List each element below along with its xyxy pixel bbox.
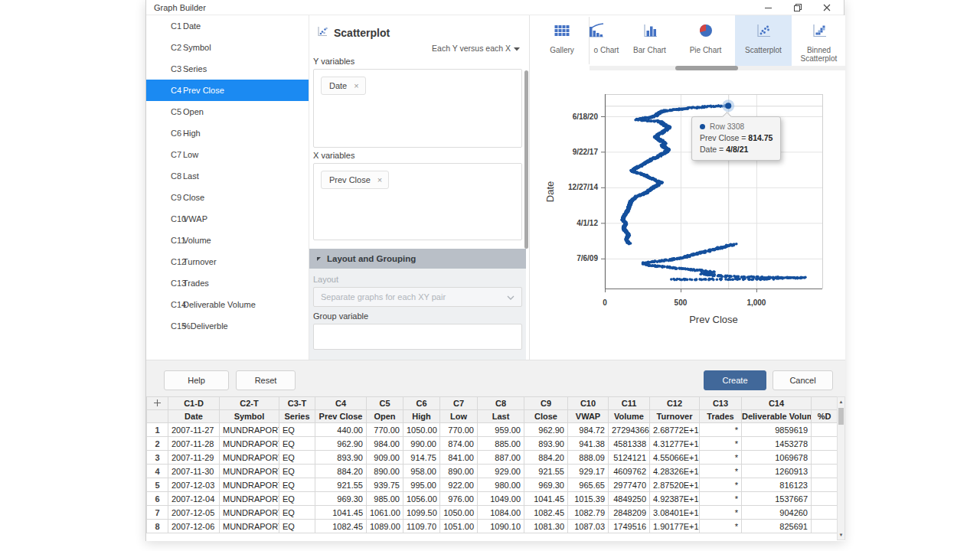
- gallery-item-binned-scatterplot[interactable]: Binned Scatterplot: [792, 15, 846, 66]
- cell[interactable]: 890.00: [440, 465, 478, 478]
- row-number[interactable]: 6: [147, 492, 168, 506]
- cell[interactable]: 995.00: [403, 478, 440, 492]
- cell[interactable]: 1260913: [742, 465, 812, 478]
- data-grid[interactable]: C1-DC2-TC3-TC4C5C6C7C8C9C10C11C12C13C14D…: [146, 396, 838, 533]
- cell[interactable]: 1084.00: [478, 506, 524, 520]
- cell[interactable]: 1069678: [742, 451, 812, 465]
- cell[interactable]: 770.00: [440, 423, 478, 437]
- column-item-c11[interactable]: C11Volume: [146, 230, 309, 251]
- gallery-item-pareto-chart[interactable]: o Chart: [590, 15, 623, 66]
- cell[interactable]: 921.55: [315, 478, 367, 492]
- cell[interactable]: 1.90177E+14: [650, 520, 700, 533]
- cell[interactable]: 4.92387E+14: [650, 492, 700, 506]
- cell[interactable]: 1056.00: [403, 492, 440, 506]
- cell[interactable]: 4609762: [609, 465, 650, 478]
- column-header-id[interactable]: C10: [568, 397, 609, 410]
- create-button[interactable]: Create: [704, 370, 766, 390]
- cell[interactable]: *: [700, 465, 742, 478]
- titlebar[interactable]: Graph Builder: [146, 0, 844, 15]
- gallery-scrollbar[interactable]: [590, 66, 846, 70]
- cell[interactable]: 893.90: [524, 437, 568, 451]
- cell[interactable]: [812, 423, 838, 437]
- cell[interactable]: 841.00: [440, 451, 478, 465]
- reset-button[interactable]: Reset: [236, 370, 296, 390]
- cell[interactable]: 969.30: [315, 492, 367, 506]
- cell[interactable]: 4581338: [609, 437, 650, 451]
- cell[interactable]: 984.72: [568, 423, 609, 437]
- cell[interactable]: 1099.50: [403, 506, 440, 520]
- cell[interactable]: 939.75: [367, 478, 403, 492]
- variable-chip-prev-close[interactable]: Prev Close×: [321, 171, 389, 189]
- column-header-name[interactable]: Open: [367, 410, 403, 423]
- column-header-id[interactable]: C12: [650, 397, 700, 410]
- cell[interactable]: 825691: [742, 520, 812, 533]
- restore-icon[interactable]: [793, 3, 802, 12]
- cell[interactable]: EQ: [279, 437, 315, 451]
- cell[interactable]: 1090.10: [478, 520, 524, 533]
- cell[interactable]: 884.20: [315, 465, 367, 478]
- cell[interactable]: 909.00: [367, 451, 403, 465]
- column-header-name[interactable]: %D: [812, 410, 838, 423]
- cell[interactable]: 2977470: [609, 478, 650, 492]
- cell[interactable]: MUNDRAPORT: [220, 506, 279, 520]
- cell[interactable]: 874.00: [440, 437, 478, 451]
- column-header-id[interactable]: C1-D: [168, 397, 220, 410]
- group-variable-box[interactable]: [313, 324, 522, 350]
- column-header-id[interactable]: C14: [742, 397, 812, 410]
- cell[interactable]: [812, 492, 838, 506]
- column-header-id[interactable]: C7: [440, 397, 478, 410]
- cell[interactable]: 922.00: [440, 478, 478, 492]
- cell[interactable]: 958.00: [403, 465, 440, 478]
- cell[interactable]: 888.09: [568, 451, 609, 465]
- cell[interactable]: 962.90: [524, 423, 568, 437]
- column-header-id[interactable]: [812, 397, 838, 410]
- column-item-c3[interactable]: C3Series: [146, 58, 309, 80]
- column-header-name[interactable]: Close: [524, 410, 568, 423]
- column-item-c7[interactable]: C7Low: [146, 144, 309, 165]
- chart-area[interactable]: 6/18/209/22/1712/27/144/1/127/6/0905001,…: [530, 71, 846, 360]
- cell[interactable]: [812, 451, 838, 465]
- column-item-c15[interactable]: C15%Deliverble: [146, 315, 309, 337]
- row-number[interactable]: 2: [147, 437, 168, 451]
- cell[interactable]: *: [700, 423, 742, 437]
- column-header-id[interactable]: C11: [609, 397, 650, 410]
- cell[interactable]: *: [700, 437, 742, 451]
- column-item-c14[interactable]: C14Deliverable Volume: [146, 294, 309, 315]
- scroll-up-icon[interactable]: ▲: [838, 397, 844, 406]
- cell[interactable]: EQ: [279, 465, 315, 478]
- gallery-item-pie-chart[interactable]: Pie Chart: [676, 15, 735, 66]
- column-header-name[interactable]: Last: [478, 410, 524, 423]
- cell[interactable]: 941.38: [568, 437, 609, 451]
- cell[interactable]: [812, 478, 838, 492]
- cell[interactable]: EQ: [279, 492, 315, 506]
- cell[interactable]: MUNDRAPORT: [220, 451, 279, 465]
- cell[interactable]: [812, 506, 838, 520]
- row-number[interactable]: 7: [147, 506, 168, 520]
- cell[interactable]: 1082.45: [315, 520, 367, 533]
- cell[interactable]: 1061.00: [367, 506, 403, 520]
- cell[interactable]: *: [700, 520, 742, 533]
- column-header-id[interactable]: C9: [524, 397, 568, 410]
- cell[interactable]: MUNDRAPORT: [220, 520, 279, 533]
- gallery-item-scatterplot[interactable]: Scatterplot: [735, 15, 792, 66]
- column-header-name[interactable]: Trades: [700, 410, 742, 423]
- column-header-id[interactable]: C3-T: [279, 397, 315, 410]
- cell[interactable]: [812, 465, 838, 478]
- cell[interactable]: 1453278: [742, 437, 812, 451]
- cell[interactable]: 980.00: [478, 478, 524, 492]
- cell[interactable]: 1089.00: [367, 520, 403, 533]
- column-header-name[interactable]: Turnover: [650, 410, 700, 423]
- column-header-name[interactable]: Date: [168, 410, 220, 423]
- cell[interactable]: 2007-11-28: [168, 437, 220, 451]
- cell[interactable]: MUNDRAPORT: [220, 478, 279, 492]
- cell[interactable]: 27294366: [609, 423, 650, 437]
- gallery-item-bar-chart[interactable]: Bar Chart: [623, 15, 676, 66]
- highlighted-point[interactable]: [725, 103, 731, 109]
- cell[interactable]: *: [700, 478, 742, 492]
- cell[interactable]: 985.00: [367, 492, 403, 506]
- cell[interactable]: 5124121: [609, 451, 650, 465]
- cell[interactable]: 929.00: [478, 465, 524, 478]
- cell[interactable]: 770.00: [367, 423, 403, 437]
- column-item-c6[interactable]: C6High: [146, 122, 309, 144]
- column-item-c4[interactable]: C4Prev Close: [146, 80, 309, 101]
